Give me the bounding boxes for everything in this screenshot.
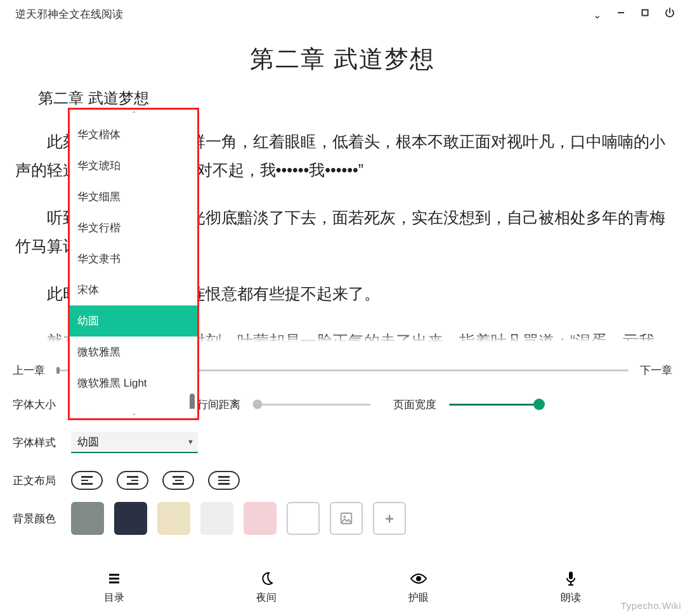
tab-night[interactable]: 夜间 (190, 561, 342, 612)
font-dropdown[interactable]: ⌃ 华文楷体 华文琥珀 华文细黑 华文行楷 华文隶书 宋体 幼圆 微软雅黑 微软… (68, 108, 199, 420)
font-option[interactable]: 微软雅黑 Light (70, 368, 197, 399)
minimize-icon[interactable] (616, 8, 625, 20)
linespace-label: 行间距离 (197, 397, 253, 412)
window-controls: ⌄ (593, 8, 675, 21)
font-select[interactable]: 幼圆 ▼ (71, 432, 198, 453)
bg-swatch-add[interactable]: ＋ (373, 502, 406, 535)
font-option[interactable]: 新宋体 (70, 399, 197, 409)
layout-label: 正文布局 (13, 473, 71, 488)
dropdown-triangle-icon: ▼ (187, 438, 194, 446)
tab-label: 夜间 (256, 591, 277, 605)
svg-rect-1 (643, 10, 648, 16)
svg-point-3 (343, 515, 346, 518)
font-option[interactable]: 宋体 (70, 274, 197, 305)
tab-eye[interactable]: 护眼 (342, 561, 495, 612)
tab-label: 朗读 (561, 591, 581, 605)
pagewidth-label: 页面宽度 (393, 397, 449, 412)
dropdown-icon[interactable]: ⌄ (593, 8, 601, 21)
chapter-title: 第二章 武道梦想 (15, 43, 670, 75)
maximize-icon[interactable] (641, 8, 649, 20)
bgcolor-label: 背景颜色 (13, 511, 71, 526)
svg-rect-8 (569, 572, 573, 579)
next-chapter-button[interactable]: 下一章 (640, 363, 672, 378)
bg-swatch-2[interactable] (114, 502, 147, 535)
watermark: Typecho.Wiki (621, 600, 681, 611)
layout-align-right[interactable] (117, 471, 148, 490)
font-option[interactable]: 华文琥珀 (70, 150, 197, 181)
window-title: 逆天邪神全文在线阅读 (15, 7, 123, 22)
layout-align-left[interactable] (71, 471, 103, 490)
bg-swatch-5[interactable] (244, 502, 277, 535)
font-option[interactable]: 华文细黑 (70, 181, 197, 212)
dropdown-scroll-up[interactable]: ⌃ (70, 110, 197, 119)
bottom-tabs: 目录 夜间 护眼 朗读 (0, 561, 685, 616)
dropdown-scrollbar[interactable] (190, 394, 195, 409)
eye-icon (410, 570, 427, 587)
tab-label: 护眼 (408, 591, 429, 605)
dropdown-scroll-down[interactable]: ⌄ (70, 409, 197, 418)
tab-label: 目录 (104, 591, 124, 605)
dropdown-list: 华文楷体 华文琥珀 华文细黑 华文行楷 华文隶书 宋体 幼圆 微软雅黑 微软雅黑… (70, 119, 197, 409)
font-option[interactable]: 华文行楷 (70, 212, 197, 243)
pagewidth-slider[interactable] (449, 404, 539, 406)
layout-align-justify[interactable] (208, 471, 240, 490)
font-select-value: 幼圆 (77, 435, 99, 449)
bg-swatch-1[interactable] (71, 502, 104, 535)
linespace-slider[interactable] (253, 404, 370, 406)
layout-align-center[interactable] (162, 471, 194, 490)
bg-swatch-4[interactable] (200, 502, 233, 535)
moon-icon (259, 570, 274, 587)
prev-chapter-button[interactable]: 上一章 (13, 363, 45, 378)
bg-swatch-image[interactable] (330, 502, 363, 535)
fontstyle-label: 字体样式 (13, 435, 71, 450)
fontsize-label: 字体大小 (13, 397, 71, 412)
bg-swatch-3[interactable] (157, 502, 190, 535)
menu-icon (107, 570, 122, 587)
font-option[interactable]: 华文隶书 (70, 243, 197, 274)
titlebar: 逆天邪神全文在线阅读 ⌄ (0, 0, 685, 28)
bg-swatch-6[interactable] (287, 502, 320, 535)
svg-point-7 (416, 576, 421, 581)
font-option[interactable]: 微软雅黑 (70, 337, 197, 368)
font-option-selected[interactable]: 幼圆 (70, 305, 197, 337)
power-icon[interactable] (665, 8, 675, 20)
tab-toc[interactable]: 目录 (38, 561, 190, 612)
chapter-subtitle: 第二章 武道梦想 (38, 88, 670, 108)
font-option[interactable]: 华文楷体 (70, 119, 197, 150)
mic-icon (563, 570, 578, 587)
